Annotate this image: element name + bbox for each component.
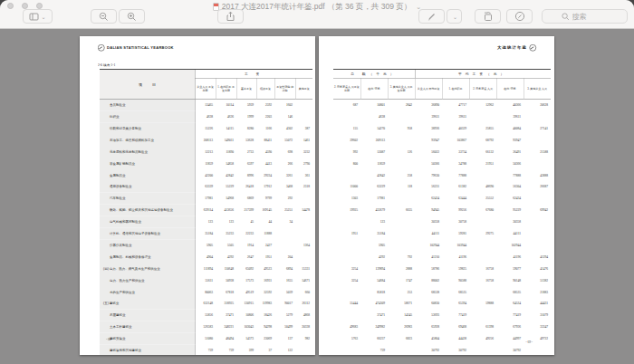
- cell-value: 15331: [295, 263, 312, 274]
- cell-value: 16931: [256, 274, 274, 286]
- column-header: 3. 其他从业人 员工资总额: [388, 79, 415, 100]
- row-label: 电力、热力生产和供应业: [100, 274, 195, 286]
- cell-value: 25855: [469, 122, 496, 134]
- cell-value: 17981: [360, 193, 388, 205]
- cell-value: [333, 239, 360, 251]
- cell-value: 63339: [195, 181, 216, 193]
- cell-value: 30758: [442, 216, 469, 227]
- row-label: 化学原料和化学制品制造业: [100, 146, 195, 158]
- cell-value: 69942: [524, 205, 551, 216]
- cell-value: 413656: [216, 205, 236, 216]
- table-row: (五) 建筑业632148318925130915119983900172611…: [100, 298, 312, 310]
- cell-value: 118: [388, 181, 415, 193]
- column-header: 工资性津贴 和补贴: [274, 79, 295, 100]
- cell-value: 21588: [524, 146, 551, 158]
- pdf-page-left: DALIAN STATISTICAL YEARBOOK 2-6 续表 1-1 项…: [80, 36, 315, 355]
- cell-value: 1747: [388, 274, 415, 286]
- share-button[interactable]: [217, 9, 244, 24]
- yearbook-brand: 大连统计年鉴: [497, 44, 536, 52]
- cell-value: 54684: [360, 274, 388, 286]
- cell-value: 50366: [415, 158, 442, 169]
- cell-value: 30792: [496, 344, 524, 355]
- row-label: 食品制造业: [100, 99, 195, 110]
- cell-value: 58786: [415, 263, 442, 274]
- cell-value: 85818: [360, 286, 388, 298]
- cell-value: 149011: [216, 134, 236, 146]
- rotate-button[interactable]: [475, 9, 501, 24]
- cell-value: 17573: [236, 274, 256, 286]
- search-input[interactable]: [572, 13, 609, 21]
- table-number-label: 2-6 续表 1-1: [98, 62, 115, 67]
- minimize-window-button[interactable]: [22, 3, 28, 9]
- row-label: (五) 建筑业: [100, 298, 195, 310]
- cell-value: 20338: [295, 321, 312, 333]
- cell-value: 77888: [442, 169, 469, 181]
- cell-value: 10801: [360, 99, 388, 110]
- cell-value: 30792: [415, 344, 442, 355]
- cell-value: [524, 239, 551, 251]
- cell-value: 39602: [333, 134, 360, 146]
- show-markup-toolbar-button[interactable]: [506, 9, 533, 24]
- cell-value: 4413: [256, 158, 274, 169]
- cell-value: [295, 216, 312, 227]
- cell-value: [524, 134, 551, 146]
- search-field[interactable]: [542, 9, 628, 24]
- table-row: 金属制品、机械和设备修理业4904429226471951204: [100, 251, 312, 263]
- markup-pen-button[interactable]: [418, 9, 445, 24]
- cell-value: 249982: [360, 321, 388, 333]
- cell-value: 62434: [496, 193, 524, 205]
- pen-options-button[interactable]: ⌄: [447, 9, 462, 24]
- zoom-in-button[interactable]: [119, 9, 145, 24]
- cell-value: 41196: [442, 251, 469, 263]
- cell-value: 58671: [388, 298, 415, 310]
- cell-value: [524, 216, 551, 227]
- cell-value: 6823: [388, 332, 415, 344]
- cell-value: 258: [388, 169, 415, 181]
- row-label: 纺织业: [100, 110, 195, 122]
- cell-value: 2842: [388, 99, 415, 110]
- table-row: 铁路、船舶、航空航天和其他运输设备制造业63911441365621739916…: [100, 205, 312, 216]
- cell-value: 111894: [195, 263, 216, 274]
- cell-value: 77888: [496, 169, 524, 181]
- cell-value: [333, 169, 360, 181]
- yearbook-logo-icon: [530, 44, 537, 52]
- cell-value: 5505: [216, 239, 236, 251]
- cell-value: 123: [195, 216, 216, 227]
- cell-value: 22233: [236, 227, 256, 239]
- table-row: 仪器仪表制造业59055505191424271364: [100, 239, 312, 251]
- cell-value: 41196: [496, 251, 524, 263]
- cell-value: 45: [236, 216, 256, 227]
- cell-value: 48494: [216, 332, 236, 344]
- cell-value: 217399: [236, 205, 256, 216]
- cell-value: 146: [274, 110, 295, 122]
- column-header: 从业人员 平均工资: [415, 79, 442, 100]
- cell-value: 63229: [360, 181, 388, 193]
- row-label: (四) 电力、热力、燃气及水生产和供应业: [100, 263, 195, 274]
- cell-value: 318925: [216, 298, 236, 310]
- cell-value: 739: [216, 344, 236, 355]
- cell-value: 66132: [469, 146, 496, 158]
- cell-value: 11859: [360, 158, 388, 169]
- zoom-out-button[interactable]: [91, 9, 117, 24]
- cell-value: 55229: [216, 181, 236, 193]
- cell-value: [333, 251, 360, 263]
- cell-value: 4638: [195, 110, 216, 122]
- cell-value: 14968: [216, 193, 236, 205]
- table-row: 电力、热力生产和供应业55611509381757316931165514671: [100, 274, 312, 286]
- close-window-button[interactable]: [7, 3, 14, 9]
- zoom-window-button[interactable]: [36, 3, 43, 9]
- cell-value: 29224: [256, 169, 274, 181]
- table-row: 739307923079230792: [333, 344, 551, 355]
- cell-value: 41294: [524, 251, 551, 263]
- chevron-down-icon: ⌄: [453, 14, 457, 20]
- cell-value: 65092: [236, 263, 256, 274]
- sidebar-view-button[interactable]: ⌄: [23, 9, 53, 24]
- row-label: 通用设备制造业: [100, 181, 195, 193]
- cell-value: 102944: [496, 239, 524, 251]
- cell-value: 1951: [256, 251, 274, 263]
- cell-value: 55611: [195, 274, 216, 286]
- cell-value: 266: [274, 158, 295, 169]
- cell-value: 64524: [496, 298, 524, 310]
- row-label: 金属制品、机械和设备修理业: [100, 251, 195, 263]
- cell-value: 1166: [256, 122, 274, 134]
